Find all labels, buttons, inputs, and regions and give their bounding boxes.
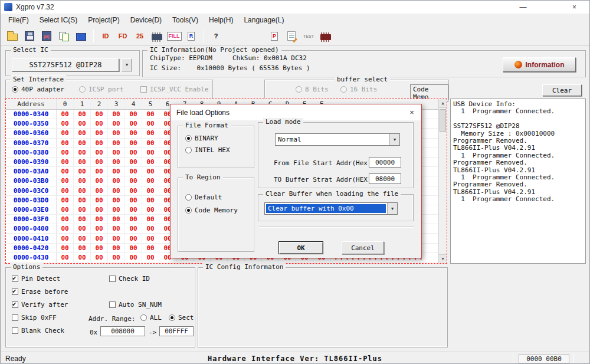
- hex-byte[interactable]: 00: [91, 253, 108, 262]
- hex-byte[interactable]: 00: [57, 148, 74, 157]
- hex-byte[interactable]: 00: [91, 186, 108, 195]
- menu-language[interactable]: Language(L): [238, 15, 289, 25]
- hex-byte[interactable]: 00: [142, 196, 159, 205]
- hex-byte[interactable]: 00: [142, 119, 159, 128]
- radio-8-bits[interactable]: 8 Bits: [296, 86, 329, 93]
- hex-byte[interactable]: 00: [91, 110, 108, 119]
- hex-byte[interactable]: 00: [125, 176, 142, 185]
- hex-byte[interactable]: 00: [91, 158, 108, 166]
- copy-buffer-icon[interactable]: [55, 28, 72, 44]
- hex-byte[interactable]: 00: [142, 110, 159, 119]
- addr-to-input[interactable]: [159, 326, 194, 336]
- hex-byte[interactable]: 00: [57, 176, 74, 185]
- auto-program-icon[interactable]: P: [266, 28, 283, 44]
- hex-byte[interactable]: 00: [108, 167, 125, 176]
- clear-buffer-combo[interactable]: Clear buffer with 0x00 ▼: [264, 202, 398, 215]
- radio-default[interactable]: Default: [185, 194, 222, 201]
- scrollbar-thumb[interactable]: [440, 109, 446, 132]
- hex-byte[interactable]: 00: [57, 234, 74, 242]
- save-file-icon[interactable]: [21, 28, 38, 44]
- hex-byte[interactable]: 00: [91, 234, 108, 242]
- hex-byte[interactable]: 00: [74, 224, 91, 233]
- hex-byte[interactable]: 00: [74, 253, 91, 262]
- hex-byte[interactable]: 00: [74, 158, 91, 166]
- hex-byte[interactable]: 00: [125, 119, 142, 128]
- fill-buffer-icon[interactable]: FILL: [166, 28, 182, 44]
- radio-16-bits[interactable]: 16 Bits: [340, 86, 377, 93]
- hex-byte[interactable]: 00: [142, 129, 159, 137]
- radio-addr-all[interactable]: ALL: [140, 314, 162, 322]
- hex-byte[interactable]: 00: [74, 234, 91, 242]
- hex-byte[interactable]: 00: [91, 224, 108, 233]
- cancel-button[interactable]: Cancel: [342, 241, 384, 254]
- hex-byte[interactable]: 00: [108, 253, 125, 262]
- hex-byte[interactable]: 00: [125, 148, 142, 157]
- hex-byte[interactable]: 00: [74, 110, 91, 119]
- hex-byte[interactable]: 00: [91, 119, 108, 128]
- hex-byte[interactable]: 00: [125, 186, 142, 195]
- hex-byte[interactable]: 00: [142, 148, 159, 157]
- hex-byte[interactable]: 00: [57, 244, 74, 252]
- hex-byte[interactable]: 00: [108, 205, 125, 214]
- hex-byte[interactable]: 00: [74, 148, 91, 157]
- hex-byte[interactable]: 00: [108, 176, 125, 185]
- hex-byte[interactable]: 00: [142, 158, 159, 166]
- menu-device[interactable]: Device(D): [125, 15, 167, 25]
- hex-byte[interactable]: 00: [142, 167, 159, 176]
- hex-byte[interactable]: 00: [142, 176, 159, 185]
- information-button[interactable]: Information: [503, 57, 576, 72]
- hex-byte[interactable]: 00: [108, 234, 125, 242]
- hex-byte[interactable]: 00: [74, 186, 91, 195]
- to-buffer-start-input[interactable]: [369, 173, 401, 184]
- hex-byte[interactable]: 00: [108, 148, 125, 157]
- hex-byte[interactable]: 00: [142, 186, 159, 195]
- hex-byte[interactable]: 00: [108, 110, 125, 119]
- ic-socket-icon[interactable]: [317, 28, 334, 44]
- hex-byte[interactable]: 00: [108, 129, 125, 137]
- hex-byte[interactable]: 00: [74, 129, 91, 137]
- hex-byte[interactable]: 00: [74, 215, 91, 224]
- open-file-icon[interactable]: [4, 28, 21, 44]
- hex-byte[interactable]: 00: [125, 205, 142, 214]
- device-info-icon[interactable]: [73, 28, 89, 44]
- hex-byte[interactable]: 00: [57, 167, 74, 176]
- hex-byte[interactable]: 00: [142, 244, 159, 252]
- checkbox-verify-after[interactable]: Verify after: [12, 301, 68, 309]
- hex-byte[interactable]: 00: [74, 196, 91, 205]
- hex-byte[interactable]: 00: [108, 215, 125, 224]
- hex-byte[interactable]: 00: [142, 139, 159, 147]
- hex-byte[interactable]: 00: [108, 139, 125, 147]
- edit-buffer-icon[interactable]: [283, 28, 300, 44]
- help-icon[interactable]: ?: [208, 28, 224, 44]
- hex-byte[interactable]: 00: [125, 167, 142, 176]
- hex-byte[interactable]: 00: [108, 186, 125, 195]
- clear-button[interactable]: Clear: [542, 84, 582, 96]
- hex-byte[interactable]: 00: [125, 129, 142, 137]
- addr-from-input[interactable]: [100, 326, 145, 336]
- radio-binary[interactable]: BINARY: [185, 135, 218, 142]
- hex-byte[interactable]: 00: [74, 244, 91, 252]
- hex-byte[interactable]: 00: [74, 167, 91, 176]
- hex-byte[interactable]: 00: [125, 158, 142, 166]
- menu-help[interactable]: Help(H): [204, 15, 238, 25]
- hex-byte[interactable]: 00: [91, 148, 108, 157]
- hex-byte[interactable]: 00: [91, 196, 108, 205]
- hex-byte[interactable]: 00: [91, 244, 108, 252]
- hex-byte[interactable]: 00: [57, 186, 74, 195]
- menu-tools[interactable]: Tools(V): [167, 15, 204, 25]
- hex-byte[interactable]: 00: [74, 176, 91, 185]
- speed-select-icon[interactable]: 25: [132, 28, 148, 44]
- hex-byte[interactable]: 00: [57, 110, 74, 119]
- hex-byte[interactable]: 00: [91, 215, 108, 224]
- hex-byte[interactable]: 00: [108, 119, 125, 128]
- scroll-up-icon[interactable]: ▲: [439, 99, 447, 108]
- save-project-icon[interactable]: prj: [38, 28, 55, 44]
- chip-insert-icon[interactable]: [149, 28, 165, 44]
- hex-byte[interactable]: 00: [108, 244, 125, 252]
- checkbox-icsp-vcc-enable[interactable]: ICSP_VCC Enable: [140, 86, 208, 93]
- radio-icsp-port[interactable]: ICSP port: [79, 86, 124, 93]
- hex-byte[interactable]: 00: [142, 234, 159, 242]
- hex-byte[interactable]: 00: [57, 196, 74, 205]
- hex-byte[interactable]: 00: [125, 215, 142, 224]
- hex-byte[interactable]: 00: [142, 253, 159, 262]
